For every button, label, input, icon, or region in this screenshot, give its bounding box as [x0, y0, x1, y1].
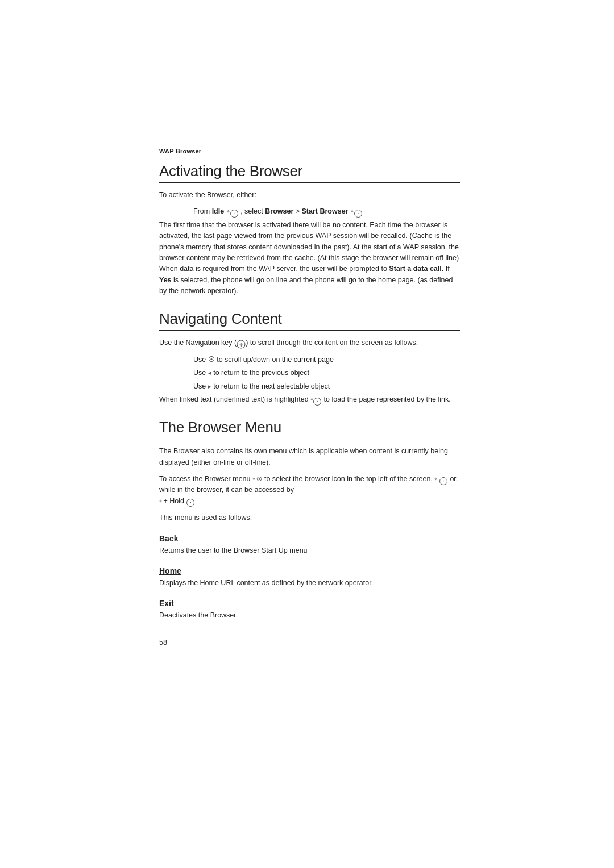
- bullet3-prefix: Use: [193, 382, 208, 390]
- nav-intro-end: ) to scroll through the content on the s…: [246, 339, 418, 347]
- activating-intro: To activate the Browser, either:: [159, 190, 460, 201]
- subsection-exit-body: Deactivates the Browser.: [159, 610, 460, 621]
- content-area: WAP Browser Activating the Browser To ac…: [51, 0, 563, 692]
- section-label: WAP Browser: [159, 148, 460, 155]
- navigating-content-section: Navigating Content Use the Navigation ke…: [159, 310, 460, 405]
- subsection-home-title: Home: [159, 566, 460, 575]
- para2-end: + Hold: [161, 497, 186, 505]
- circle-icon-1: [230, 210, 238, 218]
- browser-menu-divider: [159, 439, 460, 439]
- nav-key-icon: ✛: [237, 339, 246, 349]
- browser-menu-this-menu: This menu is used as follows:: [159, 512, 460, 523]
- bullet1-prefix: Use: [193, 356, 208, 364]
- nav-bullet-2: Use ◂ to return to the previous object: [193, 368, 460, 378]
- nav-icon-small: ⦿: [256, 475, 262, 484]
- subsection-home-body: Displays the Home URL content as defined…: [159, 578, 460, 589]
- bullet1-icon: ⦿: [208, 354, 215, 365]
- softkey-icon-2: ⌖: [350, 207, 363, 215]
- browser-bold: Browser: [265, 207, 293, 215]
- linked-text: When linked text (underlined text) is hi…: [159, 395, 310, 403]
- softkey-icon-1: ⌖: [226, 207, 240, 215]
- nav-bullet-3: Use ▸ to return to the next selectable o…: [193, 381, 460, 392]
- browser-menu-title: The Browser Menu: [159, 419, 460, 436]
- activating-browser-divider: [159, 182, 460, 183]
- navigating-content-divider: [159, 330, 460, 331]
- navigating-intro: Use the Navigation key ( ✛ ) to scroll t…: [159, 337, 460, 348]
- bullet3-suffix: to return to the next selectable object: [213, 382, 330, 390]
- bullet2-prefix: Use: [193, 369, 208, 377]
- navigating-content-title: Navigating Content: [159, 310, 460, 328]
- circle-icon-2: [354, 210, 362, 218]
- linked-text-end: to load the page represented by the link…: [324, 395, 451, 403]
- nav-softkey-icon: ⌖: [310, 397, 313, 402]
- yes-bold: Yes: [159, 276, 172, 284]
- menu-softkey-2: ⌖: [434, 476, 437, 482]
- subsection-back-title: Back: [159, 534, 460, 543]
- activating-body: The first time that the browser is activ…: [159, 220, 460, 297]
- idle-bold: Idle: [212, 207, 225, 215]
- bullet2-icon: ◂: [208, 368, 211, 378]
- bullet1-suffix: to scroll up/down on the current page: [217, 356, 334, 364]
- browser-menu-section: The Browser Menu The Browser also contai…: [159, 419, 460, 621]
- body-middle: . If: [442, 265, 450, 273]
- nav-bullet-1: Use ⦿ to scroll up/down on the current p…: [193, 354, 460, 365]
- activating-instruction: From Idle ⌖ , select Browser > Start Bro…: [193, 206, 460, 217]
- circle-icon-3: [313, 398, 321, 406]
- browser-menu-para1: The Browser also contains its own menu w…: [159, 446, 460, 468]
- page: WAP Browser Activating the Browser To ac…: [0, 0, 614, 868]
- subsection-back-body: Returns the user to the Browser Start Up…: [159, 545, 460, 556]
- start-browser-bold: Start Browser: [302, 207, 349, 215]
- para2-middle: to select the browser icon in the top le…: [264, 475, 434, 483]
- menu-softkey: ⌖: [252, 476, 255, 482]
- bullet3-icon: ▸: [208, 382, 211, 391]
- circle-icon-4: [439, 477, 447, 485]
- page-number: 58: [159, 639, 460, 646]
- circle-icon-5: [186, 499, 194, 507]
- browser-menu-para2: To access the Browser menu ⌖ ⦿ to select…: [159, 474, 460, 507]
- para2-prefix: To access the Browser menu: [159, 475, 252, 483]
- start-data-call-bold: Start a data call: [389, 265, 441, 273]
- nav-intro-text: Use the Navigation key (: [159, 339, 237, 347]
- subsection-exit-title: Exit: [159, 599, 460, 608]
- activating-browser-section: Activating the Browser To activate the B…: [159, 162, 460, 297]
- body-end: is selected, the phone will go on line a…: [159, 276, 453, 295]
- linked-text-paragraph: When linked text (underlined text) is hi…: [159, 394, 460, 405]
- svg-text:✛: ✛: [239, 343, 243, 348]
- bullet2-suffix: to return to the previous object: [213, 369, 309, 377]
- activating-browser-title: Activating the Browser: [159, 162, 460, 180]
